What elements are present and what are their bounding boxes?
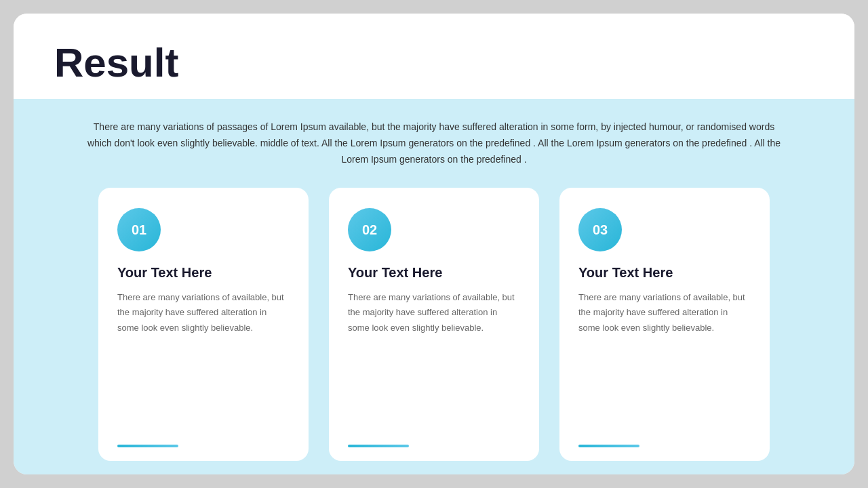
card-1-title: Your Text Here: [117, 265, 290, 281]
page-title: Result: [54, 41, 814, 85]
cards-row: 01 Your Text Here There are many variati…: [81, 188, 787, 461]
card-2-circle: 02: [348, 208, 391, 251]
card-1-body: There are many variations of available, …: [117, 290, 290, 432]
card-3: 03 Your Text Here There are many variati…: [559, 188, 770, 461]
card-2-body: There are many variations of available, …: [348, 290, 520, 432]
card-3-body: There are many variations of available, …: [578, 290, 751, 432]
card-3-circle: 03: [578, 208, 622, 251]
card-3-underline: [578, 445, 639, 447]
card-3-title: Your Text Here: [578, 265, 751, 281]
description-text: There are many variations of passages of…: [81, 119, 787, 167]
top-section: Result: [14, 14, 854, 99]
blue-band: There are many variations of passages of…: [14, 99, 854, 474]
card-1-underline: [117, 445, 178, 447]
card-3-number: 03: [593, 222, 608, 238]
card-2-number: 02: [362, 222, 377, 238]
card-2-underline: [348, 445, 409, 447]
card-2-title: Your Text Here: [348, 265, 520, 281]
card-1-circle: 01: [117, 208, 161, 251]
card-1: 01 Your Text Here There are many variati…: [98, 188, 309, 461]
card-2: 02 Your Text Here There are many variati…: [329, 188, 539, 461]
card-1-number: 01: [132, 222, 146, 238]
slide-container: Result There are many variations of pass…: [14, 14, 854, 474]
